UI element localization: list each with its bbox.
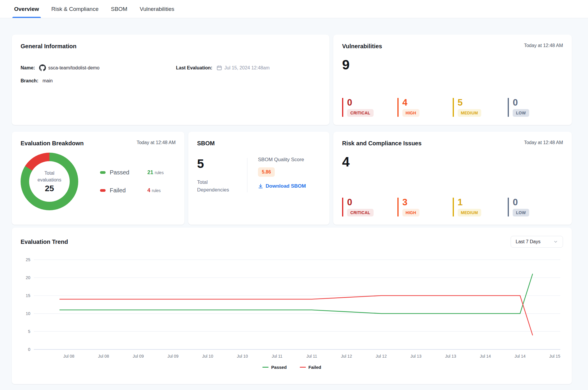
svg-text:10: 10 — [26, 311, 30, 316]
dashboard-content: General Information Name: ssca-team/todo… — [0, 18, 588, 384]
severity-badge: CRITICAL — [347, 209, 374, 216]
severity-count: 0 — [347, 198, 397, 207]
general-information-card: General Information Name: ssca-team/todo… — [12, 35, 329, 125]
legend-pill — [100, 189, 106, 192]
legend-count: 4 — [147, 187, 150, 194]
severity-badge: LOW — [513, 209, 529, 216]
svg-text:Jul 15: Jul 15 — [549, 354, 560, 359]
sbom-card: SBOM 5 Total Dependencies SBOM Quality S… — [188, 132, 329, 225]
risk-compliance-severity-grid: 0 CRITICAL 3 HIGH 1 MEDIUM 0 LOW — [342, 198, 563, 216]
vulnerabilities-title: Vulnerabilities — [342, 43, 382, 50]
tab-bar: OverviewRisk & ComplianceSBOMVulnerabili… — [0, 0, 588, 18]
download-icon — [258, 184, 263, 189]
severity-count: 4 — [402, 98, 453, 107]
chart-legend-item-failed[interactable]: Failed — [300, 365, 321, 370]
svg-text:Jul 11: Jul 11 — [307, 354, 317, 359]
svg-text:Jul 12: Jul 12 — [341, 354, 352, 359]
legend-dash — [262, 367, 269, 368]
sbom-total-label: Total Dependencies — [197, 179, 235, 194]
evaluation-trend-legend: Passed Failed — [21, 365, 563, 370]
severity-badge: HIGH — [402, 209, 419, 216]
risk-compliance-total: 4 — [342, 154, 563, 170]
general-information-title: General Information — [21, 43, 76, 50]
evaluation-breakdown-card: Evaluation Breakdown Today at 12:48 AM T… — [12, 132, 184, 225]
row-2: Evaluation Breakdown Today at 12:48 AM T… — [12, 132, 572, 225]
severity-item-low: 0 LOW — [508, 198, 563, 216]
calendar-icon — [216, 65, 222, 71]
legend-unit: rules — [152, 188, 161, 193]
evaluation-trend-chart: 0510152025Jul 08Jul 08Jul 09Jul 09Jul 10… — [21, 255, 563, 363]
severity-count: 3 — [402, 198, 453, 207]
severity-item-low: 0 LOW — [508, 98, 563, 117]
tab-vulnerabilities[interactable]: Vulnerabilities — [140, 0, 174, 18]
vulnerabilities-severity-grid: 0 CRITICAL 4 HIGH 5 MEDIUM 0 LOW — [342, 98, 563, 117]
severity-count: 0 — [513, 198, 563, 207]
time-range-value: Last 7 Days — [516, 239, 540, 244]
svg-text:Jul 13: Jul 13 — [410, 354, 422, 359]
last-evaluation-label: Last Evaluation: — [176, 65, 212, 71]
evaluation-breakdown-title: Evaluation Breakdown — [21, 140, 84, 147]
severity-item-high: 3 HIGH — [397, 198, 453, 216]
sbom-title: SBOM — [197, 140, 215, 147]
severity-item-medium: 1 MEDIUM — [453, 198, 508, 216]
tab-sbom[interactable]: SBOM — [111, 0, 127, 18]
evaluation-breakdown-timestamp: Today at 12:48 AM — [136, 140, 176, 145]
sbom-quality-score-label: SBOM Quality Score — [258, 157, 304, 163]
svg-text:5: 5 — [28, 329, 30, 334]
svg-text:25: 25 — [26, 257, 30, 262]
severity-item-critical: 0 CRITICAL — [342, 98, 397, 117]
vulnerabilities-timestamp: Today at 12:48 AM — [524, 43, 563, 48]
tab-risk-compliance[interactable]: Risk & Compliance — [51, 0, 99, 18]
svg-text:Jul 14: Jul 14 — [514, 354, 526, 359]
risk-compliance-timestamp: Today at 12:48 AM — [524, 140, 563, 145]
name-label: Name: — [21, 65, 35, 71]
severity-count: 0 — [347, 98, 397, 107]
svg-text:Jul 08: Jul 08 — [98, 354, 109, 359]
severity-badge: LOW — [513, 109, 529, 117]
evaluation-breakdown-legend: Passed 21 rules Failed 4 rules — [100, 169, 176, 194]
chart-legend-label: Failed — [309, 365, 321, 370]
severity-count: 5 — [458, 98, 508, 107]
svg-text:20: 20 — [26, 275, 30, 280]
svg-text:Jul 11: Jul 11 — [272, 354, 283, 359]
github-icon — [39, 64, 46, 71]
legend-label: Passed — [110, 169, 147, 176]
evaluations-donut-chart: Total evaluations 25 — [21, 153, 78, 210]
severity-item-medium: 5 MEDIUM — [453, 98, 508, 117]
legend-label: Failed — [110, 187, 147, 194]
svg-text:15: 15 — [26, 293, 30, 298]
download-sbom-link[interactable]: Download SBOM — [258, 183, 306, 189]
breakdown-legend-item-passed: Passed 21 rules — [100, 169, 176, 176]
severity-count: 1 — [458, 198, 508, 207]
vulnerabilities-card: Vulnerabilities Today at 12:48 AM 9 0 CR… — [333, 35, 572, 125]
risk-compliance-card: Risk and Compliance Issues Today at 12:4… — [333, 132, 572, 225]
row-1: General Information Name: ssca-team/todo… — [12, 35, 572, 125]
svg-text:Jul 08: Jul 08 — [63, 354, 74, 359]
severity-badge: MEDIUM — [458, 209, 482, 216]
svg-text:Jul 09: Jul 09 — [167, 354, 179, 359]
repo-name-value: ssca-team/todolist-demo — [48, 65, 99, 71]
tab-overview[interactable]: Overview — [14, 0, 39, 18]
chart-legend-item-passed[interactable]: Passed — [262, 365, 287, 370]
row-3: Evaluation Trend Last 7 Days 0510152025J… — [12, 228, 572, 384]
severity-badge: MEDIUM — [458, 109, 482, 117]
svg-text:Jul 13: Jul 13 — [445, 354, 456, 359]
severity-item-high: 4 HIGH — [397, 98, 453, 117]
donut-center-total: 25 — [45, 184, 54, 193]
time-range-dropdown[interactable]: Last 7 Days — [511, 236, 563, 248]
breakdown-legend-item-failed: Failed 4 rules — [100, 187, 176, 194]
legend-pill — [100, 171, 106, 174]
sbom-quality-score-value: 5.86 — [258, 167, 275, 177]
evaluation-trend-card: Evaluation Trend Last 7 Days 0510152025J… — [12, 228, 572, 384]
vulnerabilities-total: 9 — [342, 57, 563, 73]
branch-label: Branch: — [21, 78, 38, 84]
svg-text:0: 0 — [28, 347, 30, 352]
svg-text:Jul 14: Jul 14 — [480, 354, 491, 359]
branch-value: main — [42, 78, 53, 84]
legend-count: 21 — [147, 169, 153, 176]
severity-badge: HIGH — [402, 109, 419, 117]
severity-item-critical: 0 CRITICAL — [342, 198, 397, 216]
evaluation-trend-title: Evaluation Trend — [21, 239, 68, 245]
chart-legend-label: Passed — [271, 365, 287, 370]
last-evaluation-value: Jul 15, 2024 12:48am — [224, 65, 270, 71]
